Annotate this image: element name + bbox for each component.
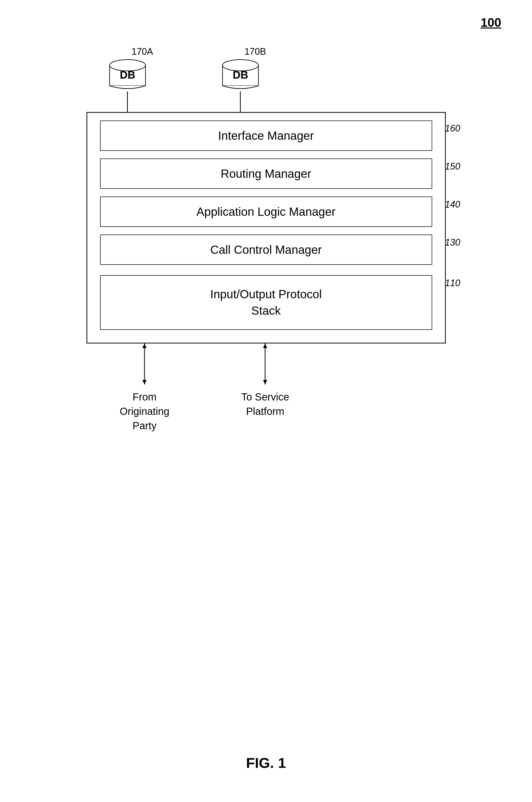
arrows-section: From Originating Party To Service Platfo…	[87, 344, 446, 433]
arrow-left-caption: From Originating Party	[120, 390, 169, 433]
main-box: Interface Manager 160 Routing Manager 15…	[87, 112, 446, 344]
db-right-label: 170B	[244, 46, 266, 57]
routing-manager-label: Routing Manager	[221, 167, 311, 180]
interface-manager-label: Interface Manager	[218, 129, 314, 142]
io-box: Input/Output ProtocolStack	[100, 275, 432, 330]
db-right-cylinder: DB	[220, 58, 261, 91]
call-control-manager-box: Call Control Manager	[100, 235, 432, 265]
db-right: 170B DB	[220, 46, 261, 112]
svg-marker-8	[142, 380, 147, 385]
db-left-label: 170A	[131, 46, 153, 57]
routing-manager-row: Routing Manager 150	[100, 159, 432, 189]
app-logic-manager-label: Application Logic Manager	[196, 205, 336, 218]
call-control-manager-label: Call Control Manager	[210, 243, 322, 256]
arrow-right-caption: To Service Platform	[241, 390, 289, 418]
ref-150: 150	[445, 161, 460, 172]
svg-text:DB: DB	[232, 69, 248, 81]
diagram-container: 170A DB 170B DB	[87, 46, 446, 433]
db-left-cylinder: DB	[107, 58, 148, 91]
app-logic-manager-box: Application Logic Manager	[100, 197, 432, 227]
figure-caption: FIG. 1	[246, 754, 286, 771]
page-number: 100	[481, 15, 501, 30]
arrow-left: From Originating Party	[120, 344, 169, 433]
io-box-row: Input/Output ProtocolStack 110	[100, 275, 432, 330]
arrow-left-svg	[141, 344, 148, 385]
ref-130: 130	[445, 237, 460, 248]
svg-marker-7	[142, 344, 147, 348]
interface-manager-row: Interface Manager 160	[100, 121, 432, 151]
svg-marker-11	[263, 380, 267, 385]
ref-110: 110	[445, 278, 460, 289]
ref-160: 160	[445, 123, 460, 134]
db-left: 170A DB	[107, 46, 148, 112]
interface-manager-box: Interface Manager	[100, 121, 432, 151]
io-box-label: Input/Output ProtocolStack	[210, 288, 322, 317]
ref-140: 140	[445, 199, 460, 210]
svg-text:DB: DB	[119, 69, 135, 81]
routing-manager-box: Routing Manager	[100, 159, 432, 189]
db-right-connector	[240, 91, 241, 112]
svg-marker-10	[263, 344, 267, 348]
call-control-manager-row: Call Control Manager 130	[100, 235, 432, 265]
arrow-right: To Service Platform	[241, 344, 289, 433]
app-logic-manager-row: Application Logic Manager 140	[100, 197, 432, 227]
db-left-connector	[127, 91, 128, 112]
arrow-right-svg	[262, 344, 268, 385]
